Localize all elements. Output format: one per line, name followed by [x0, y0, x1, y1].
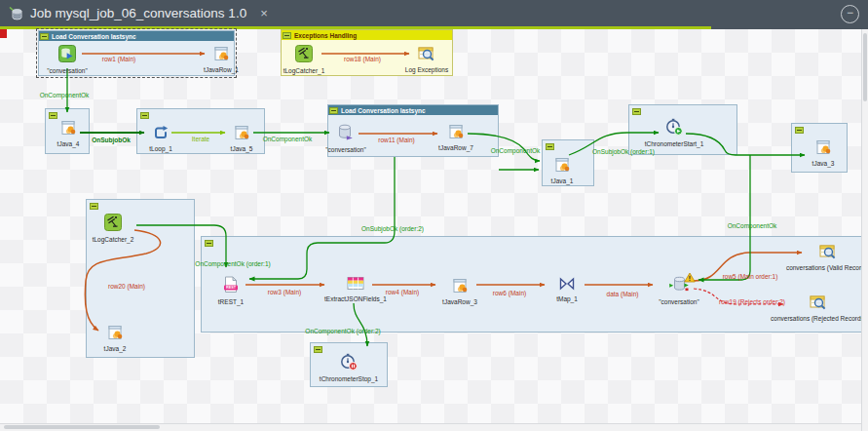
- collapse-icon[interactable]: [283, 32, 291, 39]
- component-label: "conversation": [659, 298, 698, 306]
- component-tjava-2[interactable]: tJava_2: [71, 325, 159, 353]
- logrow-magnifier-icon: [418, 46, 435, 65]
- component-label: Log Exceptions: [405, 66, 448, 74]
- component-textractjsonfields-1[interactable]: tExtractJSONFields_1: [312, 276, 399, 303]
- tjava-icon: [212, 46, 230, 65]
- vertical-scrollbar[interactable]: [861, 29, 868, 431]
- job-icon: [9, 6, 24, 21]
- subjob-header[interactable]: Load Conversation lastsync: [39, 31, 234, 41]
- job-design-canvas[interactable]: Load Conversation lastsync Exceptions Ha…: [0, 29, 861, 423]
- vertical-scrollbar-thumb[interactable]: [863, 33, 867, 101]
- loop-icon: [153, 125, 169, 144]
- link-label: row20 (Main): [108, 283, 145, 290]
- warning-icon: [684, 269, 696, 280]
- component-tchronometerstart-1[interactable]: tChronometerStart_1: [630, 118, 718, 148]
- tjava-icon: [451, 278, 469, 297]
- logrow-magnifier-icon: [819, 244, 837, 263]
- close-icon[interactable]: ×: [260, 6, 268, 20]
- subjob-header[interactable]: Exceptions Handling: [282, 30, 452, 40]
- component-conversation-source-2[interactable]: "conversation": [302, 124, 390, 154]
- collapse-icon[interactable]: [49, 112, 57, 119]
- component-label: tExtractJSONFields_1: [324, 295, 387, 303]
- chronometer-stop-icon: [340, 353, 358, 374]
- component-tjavarow-3[interactable]: tJavaRow_3: [416, 278, 504, 306]
- component-label: "conversation": [325, 146, 365, 154]
- component-label: "conversation": [47, 67, 87, 75]
- subjob-title: Exceptions Handling: [294, 32, 357, 39]
- tjava-icon: [814, 139, 832, 159]
- collapse-icon[interactable]: [205, 240, 213, 247]
- link-label: OnSubjobOk (order:1): [592, 148, 655, 155]
- tmap-icon: [559, 277, 575, 294]
- component-tlogcatcher-2[interactable]: tLogCatcher_2: [69, 214, 157, 244]
- logcatcher-icon: [295, 45, 313, 66]
- component-conversation-output[interactable]: "conversation": [635, 276, 723, 306]
- horizontal-scrollbar-thumb[interactable]: [4, 425, 160, 429]
- component-label: tLogCatcher_1: [283, 67, 325, 75]
- subjob-title: Load Conversation lastsync: [341, 107, 426, 114]
- component-label: conversations (Rejected Records): [771, 315, 866, 323]
- component-label: conversations (Valid Records): [786, 264, 868, 272]
- component-label: tLogCatcher_2: [93, 236, 134, 244]
- component-label: tJava_2: [104, 345, 127, 353]
- component-trest-1[interactable]: tREST_1: [187, 276, 275, 306]
- chronometer-start-icon: [665, 118, 683, 139]
- tjava-icon: [59, 120, 77, 139]
- component-tloop-1[interactable]: tLoop_1: [117, 125, 205, 153]
- component-tmap-1[interactable]: tMap_1: [523, 277, 611, 303]
- component-label: tREST_1: [218, 298, 244, 306]
- tab-title: Job mysql_job_06_conversations 1.0: [30, 6, 246, 20]
- collapse-icon[interactable]: [546, 143, 554, 150]
- component-label: tChronometerStart_1: [645, 140, 704, 148]
- collapse-icon[interactable]: [632, 108, 641, 115]
- component-log-exceptions[interactable]: Log Exceptions: [383, 46, 471, 74]
- collapse-icon[interactable]: [329, 107, 338, 114]
- component-conversation-source-1[interactable]: "conversation": [23, 45, 111, 75]
- subjob-header[interactable]: Load Conversation lastsync: [328, 105, 498, 115]
- component-label: tJavaRow_3: [442, 298, 477, 306]
- component-label: tJava_4: [57, 140, 80, 148]
- component-label: tMap_1: [556, 295, 578, 303]
- component-tjava-4[interactable]: tJava_4: [24, 120, 112, 148]
- logrow-magnifier-icon: [810, 294, 827, 314]
- component-tjavarow-7[interactable]: tJavaRow_7: [412, 124, 500, 152]
- link-label: row5 (Main order:1): [723, 273, 778, 280]
- rest-icon: [223, 276, 239, 297]
- tjava-icon: [553, 157, 571, 176]
- extract-json-icon: [347, 276, 364, 294]
- component-tchronometerstop-1[interactable]: tChronometerStop_1: [305, 353, 393, 383]
- collapse-icon[interactable]: [90, 203, 98, 210]
- component-tjava-1[interactable]: tJava_1: [518, 157, 606, 185]
- link-label: OnComponentOk (order:2): [305, 328, 380, 334]
- collapse-icon[interactable]: [140, 112, 149, 119]
- horizontal-scrollbar[interactable]: [0, 423, 861, 431]
- subjob-title: Load Conversation lastsync: [52, 33, 136, 40]
- error-marker: [0, 29, 7, 38]
- component-conversations-rejected[interactable]: conversations (Rejected Records): [765, 294, 868, 323]
- collapse-icon[interactable]: [795, 127, 804, 134]
- link-label: OnComponentOk: [40, 92, 90, 98]
- link-label: OnSubjobOk (order:2): [361, 225, 424, 232]
- collapse-icon[interactable]: [40, 33, 49, 40]
- component-label: tLoop_1: [149, 145, 172, 153]
- link-label: OnComponentOk (order:1): [195, 260, 270, 267]
- component-tlogcatcher-1[interactable]: tLogCatcher_1: [260, 45, 348, 75]
- link-label: data (Main): [607, 291, 639, 297]
- component-label: tJavaRow_1: [204, 66, 239, 74]
- link-label: row18 (Main): [344, 56, 381, 62]
- logcatcher-icon: [104, 214, 122, 235]
- tjava-icon: [447, 124, 465, 143]
- component-tjavarow-1[interactable]: tJavaRow_1: [177, 46, 265, 74]
- collapse-icon[interactable]: [314, 346, 322, 353]
- talend-designer-window: REST Job m: [0, 0, 868, 431]
- component-conversations-valid[interactable]: conversations (Valid Records): [774, 244, 868, 272]
- db-input-green-icon: [58, 45, 76, 66]
- db-cylinder-icon: [338, 124, 354, 145]
- minimize-icon[interactable]: −: [841, 5, 859, 23]
- component-tjava-5[interactable]: tJava_5: [198, 125, 285, 153]
- tjava-icon: [106, 325, 124, 344]
- editor-tab-job[interactable]: Job mysql_job_06_conversations 1.0 ×: [0, 0, 711, 29]
- editor-tab-bar: Job mysql_job_06_conversations 1.0 × −: [0, 0, 868, 29]
- component-tjava-3[interactable]: tJava_3: [779, 139, 867, 168]
- link-label: OnComponentOk: [728, 222, 777, 229]
